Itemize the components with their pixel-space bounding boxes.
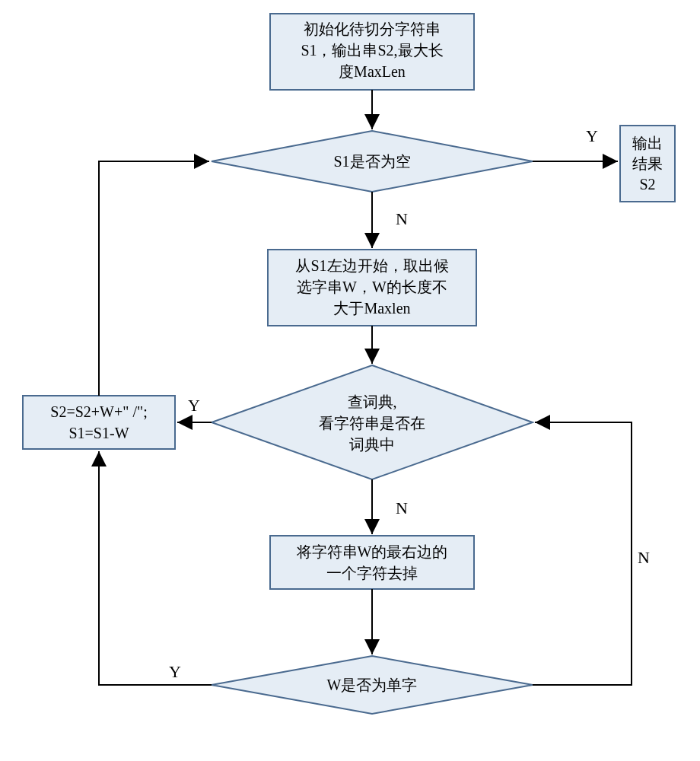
node-output-line2: 结果 (632, 155, 663, 172)
node-take-w-line1: 从S1左边开始，取出候 (295, 257, 448, 274)
node-remove-char-line2: 一个字符去掉 (326, 565, 418, 581)
node-output-line3: S2 (639, 176, 655, 193)
node-take-w-line3: 大于Maxlen (333, 300, 410, 317)
node-init-line1: 初始化待切分字符串 (304, 21, 441, 37)
label-n5-n: N (396, 498, 408, 517)
node-init-line2: S1，输出串S2,最大长 (301, 42, 443, 59)
node-check-dict-line2: 看字符串是否在 (319, 415, 425, 431)
node-take-w-line2: 选字串W，W的长度不 (297, 279, 447, 295)
node-check-dict-line1: 查词典, (348, 393, 397, 410)
label-n2-n: N (396, 209, 408, 228)
label-n8-n: N (638, 548, 650, 567)
edge-n8-n6 (99, 451, 212, 685)
edge-n8-n5 (533, 422, 632, 685)
node-assign-line2: S1=S1-W (68, 425, 129, 441)
node-check-s1-empty-line1: S1是否为空 (333, 153, 410, 170)
node-check-single-line1: W是否为单字 (327, 677, 418, 693)
edge-n6-n2 (99, 161, 209, 396)
node-assign-line1: S2=S2+W+" /"; (50, 403, 147, 420)
node-init-line3: 度MaxLen (339, 63, 406, 80)
label-n8-y: Y (169, 662, 181, 681)
label-n2-y: Y (586, 126, 598, 145)
node-remove-char-line1: 将字符串W的最右边的 (296, 543, 448, 560)
label-n5-y: Y (188, 396, 200, 415)
node-output-line1: 输出 (632, 135, 663, 151)
node-check-dict-line3: 词典中 (349, 436, 395, 453)
